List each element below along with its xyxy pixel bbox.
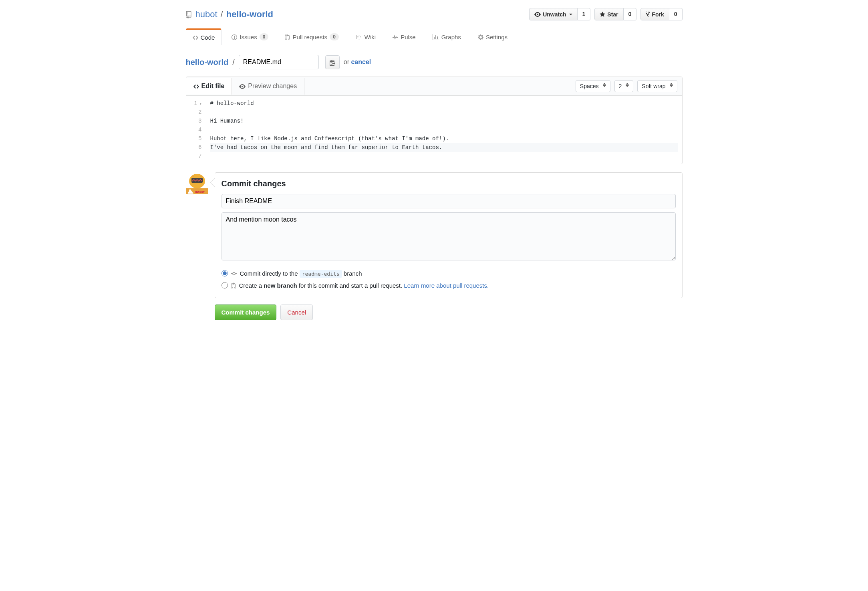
repo-name-link[interactable]: hello-world — [226, 9, 273, 20]
editor-settings: Spaces 2 Soft wrap — [571, 77, 682, 95]
form-actions: Commit changes Cancel — [215, 305, 683, 320]
code-line — [210, 108, 678, 117]
line-number-gutter: 1 2 3 4 5 6 7 — [186, 96, 206, 164]
graph-icon — [433, 33, 439, 40]
option-commit-direct[interactable]: Commit directly to the readme-edits bran… — [222, 267, 676, 279]
indent-mode-select[interactable]: Spaces — [576, 80, 610, 92]
fork-button[interactable]: Fork — [640, 8, 669, 20]
pulse-icon — [393, 33, 398, 40]
repo-owner-link[interactable]: hubot — [195, 9, 218, 20]
indent-size-select[interactable]: 2 — [614, 80, 634, 92]
commit-form: Commit changes Commit directly to the re… — [215, 172, 683, 298]
pr-icon — [285, 33, 290, 40]
fork-icon — [646, 11, 650, 18]
code-editor[interactable]: 1 2 3 4 5 6 7 # hello-world Hi Humans! H… — [186, 96, 682, 164]
tab-settings[interactable]: Settings — [471, 28, 514, 45]
wrap-mode-select[interactable]: Soft wrap — [637, 80, 677, 92]
edit-file-label: Edit file — [201, 83, 225, 90]
path-separator: / — [232, 58, 235, 67]
code-line: I've had tacos on the moon and find them… — [210, 143, 678, 152]
issue-icon — [232, 33, 237, 40]
code-icon — [193, 83, 199, 90]
commit-icon — [231, 270, 237, 277]
code-content[interactable]: # hello-world Hi Humans! Hubot here, I l… — [206, 96, 682, 164]
issues-count: 0 — [260, 33, 269, 40]
cancel-link[interactable]: cancel — [351, 58, 371, 65]
editor-tabs: Edit file Preview changes Spaces 2 Soft … — [186, 77, 682, 96]
code-line: Hubot here, I like Node.js and Coffeescr… — [210, 134, 678, 143]
eye-icon — [239, 83, 246, 90]
repo-title: hubot / hello-world — [186, 9, 274, 20]
breadcrumb: hello-world / or cancel — [186, 45, 683, 77]
book-icon — [356, 33, 362, 40]
tab-pulse[interactable]: Pulse — [386, 28, 423, 45]
pr-count: 0 — [330, 33, 339, 40]
code-line: # hello-world — [210, 99, 678, 108]
cancel-hint: or cancel — [344, 58, 371, 66]
tab-graphs[interactable]: Graphs — [426, 28, 468, 45]
code-icon — [193, 34, 198, 41]
path-separator: / — [221, 9, 223, 20]
star-count[interactable]: 0 — [624, 8, 637, 20]
tab-settings-label: Settings — [486, 34, 508, 40]
eye-icon — [534, 11, 541, 18]
tab-graphs-label: Graphs — [441, 34, 461, 40]
commit-summary-input[interactable] — [222, 194, 676, 208]
code-line — [210, 152, 678, 161]
tab-issues[interactable]: Issues 0 — [225, 28, 275, 45]
watch-count[interactable]: 1 — [578, 8, 591, 20]
svg-point-5 — [200, 175, 202, 177]
branch-name: readme-edits — [300, 270, 342, 278]
commit-description-input[interactable] — [222, 212, 676, 260]
cancel-button[interactable]: Cancel — [280, 305, 313, 320]
tab-preview-changes[interactable]: Preview changes — [232, 78, 304, 95]
repo-icon — [186, 9, 193, 20]
filename-input[interactable] — [239, 55, 319, 69]
commit-changes-button[interactable]: Commit changes — [215, 305, 277, 320]
clipboard-icon — [330, 59, 335, 65]
tab-edit-file[interactable]: Edit file — [186, 78, 232, 95]
tab-code-label: Code — [201, 34, 215, 41]
pr-icon — [231, 282, 236, 289]
text-cursor — [442, 144, 442, 151]
tab-pr-label: Pull requests — [292, 34, 327, 40]
fork-count[interactable]: 0 — [669, 8, 683, 20]
code-line — [210, 125, 678, 134]
unwatch-label: Unwatch — [543, 11, 566, 18]
star-label: Star — [607, 11, 618, 18]
caret-down-icon — [569, 14, 572, 15]
tab-pull-requests[interactable]: Pull requests 0 — [278, 28, 345, 45]
gear-icon — [478, 33, 483, 40]
copy-path-button[interactable] — [325, 55, 340, 69]
learn-more-link[interactable]: Learn more about pull requests. — [404, 282, 489, 289]
repo-nav: Code Issues 0 Pull requests 0 Wiki Pulse… — [186, 28, 683, 45]
breadcrumb-root[interactable]: hello-world — [186, 58, 229, 67]
tab-wiki-label: Wiki — [365, 34, 376, 40]
avatar: HU-BOT — [186, 172, 208, 195]
svg-point-4 — [192, 175, 194, 177]
radio-commit-direct[interactable] — [222, 270, 228, 276]
preview-changes-label: Preview changes — [248, 83, 297, 90]
star-icon — [600, 11, 605, 18]
star-button[interactable]: Star — [594, 8, 623, 20]
tab-wiki[interactable]: Wiki — [349, 28, 383, 45]
file-editor: Edit file Preview changes Spaces 2 Soft … — [186, 77, 683, 164]
tab-pulse-label: Pulse — [401, 34, 416, 40]
tab-code[interactable]: Code — [186, 28, 222, 45]
tab-issues-label: Issues — [240, 34, 257, 40]
unwatch-button[interactable]: Unwatch — [529, 8, 577, 20]
fork-label: Fork — [652, 11, 664, 18]
branch-options: Commit directly to the readme-edits bran… — [222, 267, 676, 291]
radio-new-branch[interactable] — [222, 282, 228, 288]
code-line: Hi Humans! — [210, 117, 678, 125]
option-new-branch[interactable]: Create a new branch for this commit and … — [222, 279, 676, 291]
repo-actions: Unwatch 1 Star 0 Fork 0 — [529, 8, 682, 20]
commit-heading: Commit changes — [222, 179, 676, 188]
svg-text:HU-BOT: HU-BOT — [195, 191, 205, 193]
